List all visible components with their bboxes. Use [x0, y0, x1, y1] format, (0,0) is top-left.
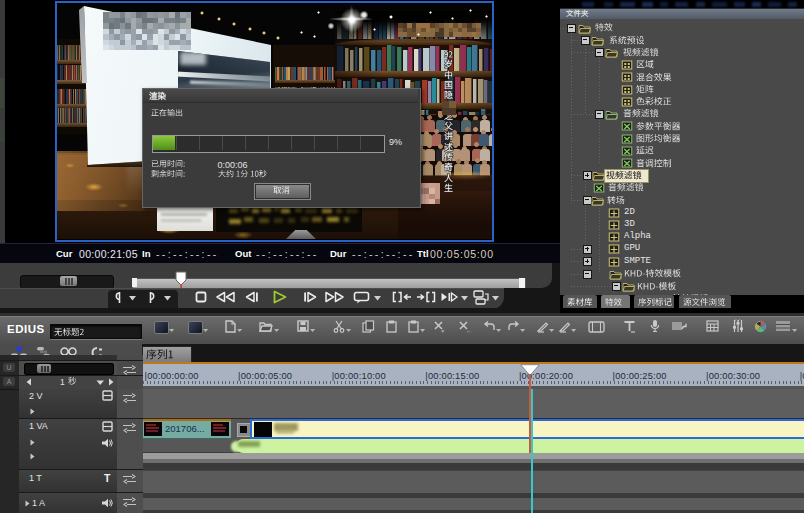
svg-text:×: × — [441, 328, 445, 333]
svg-text:←: ← — [466, 328, 471, 333]
